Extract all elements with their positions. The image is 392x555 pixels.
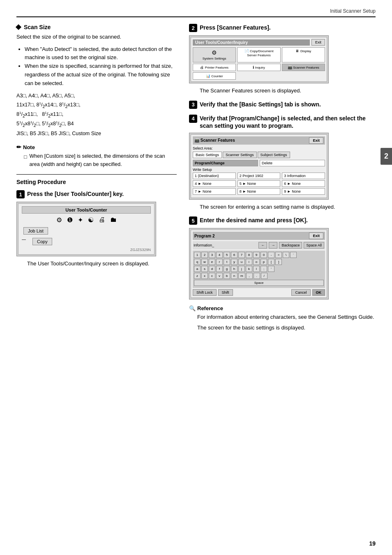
key-i[interactable]: i (246, 259, 252, 265)
utc-inquiry-title: User Tools/Counter/Inquiry (193, 39, 310, 46)
step-1-header: 1 Press the [User Tools/Counter] key. (16, 190, 177, 198)
utc-icon-1: ⚙ (56, 216, 62, 224)
note-body: □ When [Custom size] is selected, the di… (24, 152, 177, 168)
key-s[interactable]: s (201, 266, 208, 272)
job-list-button[interactable]: Job List (23, 227, 48, 235)
sf-cell-3[interactable]: 3 Information (282, 173, 325, 179)
key-u[interactable]: u (238, 259, 245, 265)
sf-cell-5[interactable]: 5 ► None (238, 180, 281, 187)
utc-icon-5: 🖨 (99, 216, 105, 224)
key-f[interactable]: f (216, 266, 223, 272)
key-v[interactable]: v (216, 273, 223, 279)
note-item: □ When [Custom size] is selected, the di… (24, 152, 177, 168)
utc-icon-3: ✦ (78, 216, 83, 224)
sf-tab-basic[interactable]: Basic Settings (193, 152, 222, 158)
key-r[interactable]: r (216, 259, 223, 265)
key-5[interactable]: 5 (224, 252, 230, 258)
key-0[interactable]: 0 (261, 252, 267, 258)
key-z[interactable]: z (194, 273, 201, 279)
sf-tab-scanner[interactable]: Scanner Settings (223, 152, 257, 158)
reference-title: 🔍 Reference (189, 305, 376, 311)
key-1[interactable]: 1 (194, 252, 201, 258)
key-8[interactable]: 8 (246, 252, 252, 258)
sf-tab-subject[interactable]: Subject Settings (258, 152, 290, 158)
copy-button[interactable]: Copy (32, 238, 52, 245)
utc-exit-btn[interactable]: Exit (311, 39, 325, 46)
prog-cancel-btn[interactable]: Cancel (291, 289, 310, 296)
prog-exit-btn[interactable]: Exit (309, 233, 323, 239)
prog-shift-lock-btn[interactable]: Shift Lock (193, 289, 217, 296)
key-semicolon[interactable]: ; (261, 266, 267, 272)
key-x[interactable]: x (201, 273, 208, 279)
key-7[interactable]: 7 (238, 252, 245, 258)
key-g[interactable]: g (224, 266, 230, 272)
utc-inquiry-grid: ⚙ System Settings 📄 Copy/Document Server… (193, 47, 325, 80)
prog-back-btn[interactable]: ← (258, 242, 267, 249)
key-9[interactable]: 9 (253, 252, 260, 258)
key-rbracket[interactable]: ] (275, 259, 282, 265)
inquiry-cell[interactable]: ℹ Inquiry (237, 64, 280, 71)
sf-cell-4[interactable]: 4 ► None (193, 180, 236, 187)
key-minus[interactable]: - (268, 252, 274, 258)
prog-title: Program 2 (194, 234, 214, 238)
printer-features-cell[interactable]: 🖨 Printer Features (193, 64, 236, 71)
sf-cell-1[interactable]: 1 (Destination) (193, 173, 236, 179)
scanner-features-cell[interactable]: 📠 Scanner Features (282, 64, 325, 71)
key-row-3: a s d f g h j k l ; ' (194, 266, 324, 272)
sf-cell-2[interactable]: 2 Project 1902 (238, 173, 281, 179)
prog-space-all-btn[interactable]: Space All (304, 242, 324, 249)
key-h[interactable]: h (231, 266, 238, 272)
key-e[interactable]: e (209, 259, 215, 265)
sf-cell-9[interactable]: 9 ► None (282, 188, 325, 195)
sf-delete-btn[interactable]: Delete (260, 160, 325, 166)
copy-features-cell[interactable]: 📄 Copy/Document Server Features (237, 47, 280, 62)
step-5-header: 5 Enter the desired name and press [OK]. (189, 216, 376, 225)
key-k[interactable]: k (246, 266, 252, 272)
sf-tabs: Basic Settings Scanner Settings Subject … (193, 152, 325, 158)
sf-cell-8[interactable]: 8 ► None (238, 188, 281, 195)
key-l[interactable]: l (253, 266, 260, 272)
key-backtick[interactable]: ` (290, 252, 297, 258)
key-c[interactable]: c (209, 273, 215, 279)
key-j[interactable]: j (238, 266, 245, 272)
key-quote[interactable]: ' (268, 266, 274, 272)
key-n[interactable]: n (231, 273, 238, 279)
prog-backspace-btn[interactable]: Backspace (279, 242, 302, 249)
key-space[interactable]: Space (194, 280, 324, 286)
key-t[interactable]: t (224, 259, 230, 265)
prog-fwd-btn[interactable]: → (269, 242, 277, 249)
key-6[interactable]: 6 (231, 252, 238, 258)
key-m[interactable]: m (238, 273, 245, 279)
sf-exit-btn[interactable]: Exit (309, 137, 323, 144)
key-w[interactable]: w (201, 259, 208, 265)
key-comma[interactable]: , (246, 273, 253, 279)
key-y[interactable]: y (231, 259, 238, 265)
key-2[interactable]: 2 (201, 252, 208, 258)
key-b[interactable]: b (224, 273, 230, 279)
inquiry-label: Inquiry (255, 66, 265, 69)
system-settings-label: System Settings (203, 57, 226, 60)
key-period[interactable]: . (254, 273, 260, 279)
key-p[interactable]: p (261, 259, 267, 265)
display-cell[interactable]: 🖥 Display (282, 47, 325, 62)
key-3[interactable]: 3 (209, 252, 215, 258)
key-backslash[interactable]: \ (283, 252, 289, 258)
prog-shift-btn[interactable]: Shift (218, 289, 233, 296)
key-a[interactable]: a (194, 266, 201, 272)
key-slash[interactable]: / (261, 273, 267, 279)
key-q[interactable]: q (194, 259, 201, 265)
sf-program-change-btn[interactable]: Program/Change (193, 160, 258, 166)
prog-ok-btn[interactable]: OK (312, 289, 325, 296)
section-divider (16, 174, 177, 175)
key-equals[interactable]: = (275, 252, 282, 258)
key-4[interactable]: 4 (216, 252, 223, 258)
key-d[interactable]: d (209, 266, 215, 272)
sf-cells-row3: 7 ► None 8 ► None 9 ► None (193, 188, 325, 195)
key-o[interactable]: o (253, 259, 260, 265)
key-lbracket[interactable]: [ (268, 259, 274, 265)
step-1-body: The User Tools/Counter/Inquiry screen is… (27, 260, 177, 268)
inquiry-icon: ℹ (253, 65, 254, 69)
sf-cell-7[interactable]: 7 ► None (193, 188, 236, 195)
sf-cell-6[interactable]: 6 ► None (282, 180, 325, 187)
counter-cell[interactable]: 📊 Counter (193, 72, 236, 80)
